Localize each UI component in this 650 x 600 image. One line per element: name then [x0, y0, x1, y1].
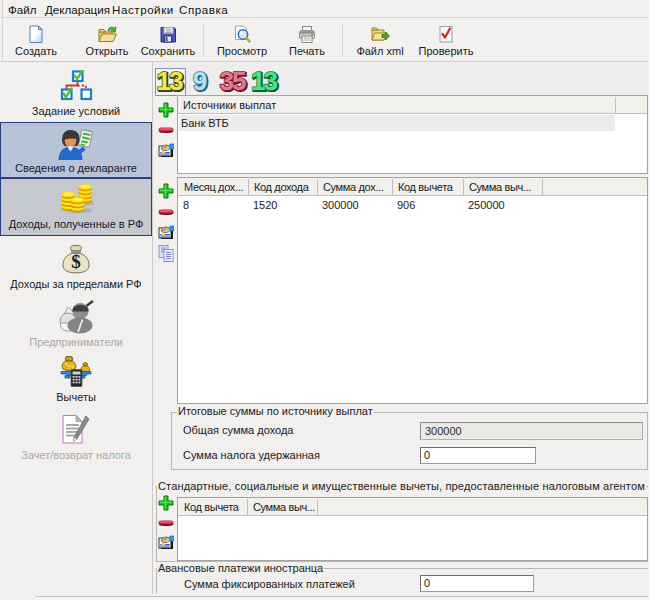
svg-text:9: 9: [193, 66, 207, 96]
svg-text:13: 13: [251, 66, 277, 96]
svg-text:35: 35: [220, 66, 246, 96]
svg-text:13: 13: [157, 66, 183, 96]
svg-text:$: $: [71, 251, 81, 272]
